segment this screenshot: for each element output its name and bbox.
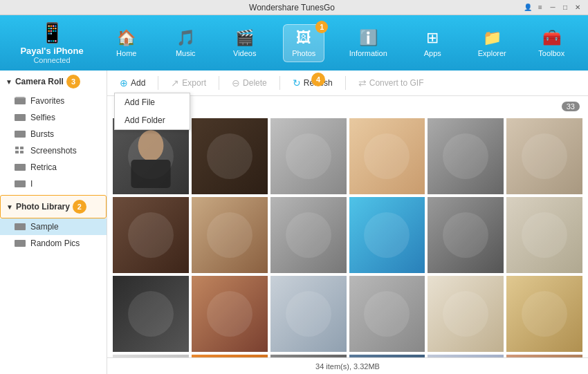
camera-roll-label: Camera Roll — [15, 77, 64, 86]
photo-thumb-23[interactable] — [428, 355, 504, 357]
nav-home[interactable]: 🏠 Home — [106, 25, 147, 62]
camera-roll-badge: 3 — [66, 75, 80, 88]
bursts-label: Bursts — [30, 129, 54, 139]
photo-thumb-4[interactable] — [349, 118, 425, 194]
photo-thumb-14[interactable] — [192, 276, 268, 352]
videos-label: Videos — [233, 49, 256, 57]
content-area: ▼ Camera Roll 3 Favorites Selfies — [0, 71, 588, 374]
device-info: 📱 Payal's iPhone Connected — [7, 21, 97, 64]
svg-rect-5 — [20, 147, 24, 149]
screenshots-label: Screenshots — [30, 146, 77, 156]
photo-thumb-11[interactable] — [428, 197, 504, 273]
photo-thumb-8[interactable] — [192, 197, 268, 273]
add-button[interactable]: ⊕ Add — [114, 75, 151, 91]
convert-label: Convert to GIF — [369, 78, 424, 88]
minimize-btn[interactable]: ─ — [548, 3, 558, 12]
sidebar-item-bursts[interactable]: Bursts — [0, 126, 107, 142]
photos-icon: 🖼 — [296, 29, 311, 47]
sidebar-section-camera-roll[interactable]: ▼ Camera Roll 3 — [0, 71, 107, 93]
svg-rect-7 — [20, 151, 24, 153]
menu-icon-btn[interactable]: ≡ — [535, 3, 545, 12]
sidebar: ▼ Camera Roll 3 Favorites Selfies — [0, 71, 107, 374]
photo-thumb-13[interactable] — [113, 276, 189, 352]
nav-videos[interactable]: 🎬 Videos — [224, 25, 266, 62]
add-dropdown-menu: Add File Add Folder — [114, 93, 190, 130]
toolbar: ⊕ Add Add File Add Folder ↗ Export ⊖ Del… — [107, 71, 588, 96]
apps-label: Apps — [424, 49, 441, 57]
favorites-label: Favorites — [30, 96, 64, 106]
app-container: 📱 Payal's iPhone Connected 🏠 Home 🎵 Musi… — [0, 15, 588, 374]
photo-thumb-15[interactable] — [270, 276, 347, 352]
music-label: Music — [176, 49, 196, 57]
user-icon-btn[interactable]: 👤 — [523, 3, 533, 12]
photo-thumb-5[interactable] — [428, 118, 504, 194]
close-btn[interactable]: ✕ — [573, 3, 582, 12]
nav-music[interactable]: 🎵 Music — [165, 25, 206, 62]
photo-thumb-19[interactable] — [113, 355, 189, 357]
svg-rect-8 — [15, 164, 26, 171]
photo-thumb-10[interactable] — [349, 197, 425, 273]
selfies-icon — [14, 113, 26, 122]
i-icon — [14, 179, 26, 189]
add-file-item[interactable]: Add File — [115, 93, 190, 111]
camera-roll-arrow: ▼ — [6, 78, 12, 86]
title-bar-title: Wondershare TunesGo — [61, 3, 523, 12]
photo-thumb-6[interactable] — [506, 118, 582, 194]
nav-information[interactable]: ℹ️ Information — [342, 25, 394, 62]
svg-rect-3 — [15, 131, 26, 138]
nav-explorer[interactable]: 📁 Explorer — [471, 25, 513, 62]
sidebar-item-screenshots[interactable]: Screenshots — [0, 142, 107, 159]
nav-toolbox[interactable]: 🧰 Toolbox — [531, 25, 572, 62]
status-bar: 34 item(s), 3.32MB — [107, 357, 588, 374]
photo-thumb-22[interactable] — [349, 355, 425, 357]
photo-library-badge: 2 — [73, 200, 86, 214]
photo-thumb-2[interactable] — [192, 118, 268, 194]
add-label: Add — [131, 78, 145, 88]
title-bar: Wondershare TunesGo 👤 ≡ ─ □ ✕ — [0, 0, 588, 15]
sidebar-item-favorites[interactable]: Favorites — [0, 93, 107, 109]
favorites-icon — [14, 96, 26, 106]
sidebar-item-selfies[interactable]: Selfies — [0, 109, 107, 126]
photo-thumb-17[interactable] — [428, 276, 504, 352]
sample-label: Sample — [30, 222, 59, 232]
divider-4 — [345, 76, 346, 90]
window-controls[interactable]: 👤 ≡ ─ □ ✕ — [523, 3, 582, 12]
nav-apps[interactable]: ⊞ Apps — [412, 25, 453, 62]
photo-thumb-24[interactable] — [506, 355, 582, 357]
photo-thumb-18[interactable] — [506, 276, 582, 352]
photo-thumb-7[interactable] — [113, 197, 189, 273]
add-folder-item[interactable]: Add Folder — [115, 111, 190, 129]
photo-thumb-21[interactable] — [270, 355, 347, 357]
svg-rect-10 — [15, 223, 26, 230]
divider-3 — [279, 76, 280, 90]
delete-button[interactable]: ⊖ Delete — [226, 75, 273, 91]
photo-thumb-12[interactable] — [506, 197, 582, 273]
apps-icon: ⊞ — [426, 29, 439, 47]
svg-rect-9 — [15, 180, 26, 187]
nav-photos[interactable]: 🖼 Photos 1 — [283, 24, 324, 62]
sidebar-item-random-pics[interactable]: Random Pics — [0, 235, 107, 252]
photos-label: Photos — [292, 49, 315, 57]
screenshots-icon — [14, 146, 26, 156]
bursts-icon — [14, 129, 26, 139]
convert-icon: ⇄ — [358, 77, 367, 88]
photo-count: 33 — [562, 102, 580, 111]
random-pics-label: Random Pics — [30, 239, 80, 248]
photo-thumb-3[interactable] — [270, 118, 347, 194]
toolbox-label: Toolbox — [538, 49, 564, 57]
photo-grid — [113, 118, 582, 357]
sidebar-item-retrica[interactable]: Retrica — [0, 159, 107, 176]
sidebar-item-i[interactable]: I — [0, 176, 107, 192]
i-label: I — [30, 179, 33, 189]
maximize-btn[interactable]: □ — [560, 3, 570, 12]
music-icon: 🎵 — [176, 29, 195, 47]
export-button[interactable]: ↗ Export — [165, 75, 212, 91]
sidebar-item-sample[interactable]: Sample — [0, 218, 107, 235]
toolbox-icon: 🧰 — [542, 29, 561, 47]
sidebar-section-photo-library[interactable]: ▼ Photo Library 2 — [0, 195, 107, 218]
photo-thumb-16[interactable] — [349, 276, 425, 352]
retrica-icon — [14, 162, 26, 172]
photo-thumb-9[interactable] — [270, 197, 347, 273]
photo-thumb-20[interactable] — [192, 355, 268, 357]
convert-button[interactable]: ⇄ Convert to GIF — [353, 75, 430, 91]
